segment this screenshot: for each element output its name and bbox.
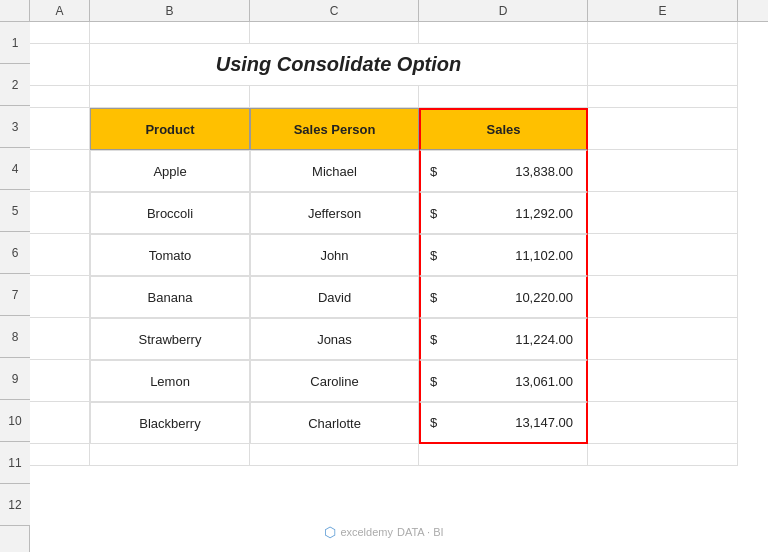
cell-d3[interactable] <box>419 86 588 108</box>
grid-row-7: Tomato John $ 11,102.00 <box>30 234 768 276</box>
cell-e5[interactable] <box>588 150 738 192</box>
cell-salesperson-10[interactable]: Caroline <box>250 360 419 402</box>
col-header-c: C <box>250 0 419 21</box>
cell-c3[interactable] <box>250 86 419 108</box>
col-header-b: B <box>90 0 250 21</box>
watermark-text: exceldemy <box>340 526 393 538</box>
cell-d12[interactable] <box>419 444 588 466</box>
title-cell: Using Consolidate Option <box>90 44 588 86</box>
cell-sales-8[interactable]: $ 10,220.00 <box>419 276 588 318</box>
cell-salesperson-7[interactable]: John <box>250 234 419 276</box>
grid-row-8: Banana David $ 10,220.00 <box>30 276 768 318</box>
cell-e9[interactable] <box>588 318 738 360</box>
row-num-6: 6 <box>0 232 30 274</box>
grid-row-9: Strawberry Jonas $ 11,224.00 <box>30 318 768 360</box>
cell-e8[interactable] <box>588 276 738 318</box>
cell-e1[interactable] <box>588 22 738 44</box>
header-sales-person: Sales Person <box>250 108 419 150</box>
cell-e10[interactable] <box>588 360 738 402</box>
cell-sales-6[interactable]: $ 11,292.00 <box>419 192 588 234</box>
cell-sales-10[interactable]: $ 13,061.00 <box>419 360 588 402</box>
col-header-d: D <box>419 0 588 21</box>
cell-a6[interactable] <box>30 192 90 234</box>
col-headers: A B C D E <box>30 0 768 22</box>
cell-sales-7[interactable]: $ 11,102.00 <box>419 234 588 276</box>
row-num-10: 10 <box>0 400 30 442</box>
cell-a8[interactable] <box>30 276 90 318</box>
cell-salesperson-11[interactable]: Charlotte <box>250 402 419 444</box>
row-num-9: 9 <box>0 358 30 400</box>
header-sales: Sales <box>419 108 588 150</box>
header-product: Product <box>90 108 250 150</box>
cell-product-7[interactable]: Tomato <box>90 234 250 276</box>
grid-row-10: Lemon Caroline $ 13,061.00 <box>30 360 768 402</box>
cell-b3[interactable] <box>90 86 250 108</box>
grid-row-5: Apple Michael $ 13,838.00 <box>30 150 768 192</box>
grid-row-12 <box>30 444 768 466</box>
grid-area: A B C D E Using Consolidate Option <box>30 0 768 552</box>
cell-a9[interactable] <box>30 318 90 360</box>
row-number-column: 1 2 3 4 5 6 7 8 9 10 11 12 <box>0 0 30 552</box>
cell-salesperson-8[interactable]: David <box>250 276 419 318</box>
col-header-e: E <box>588 0 738 21</box>
cell-e3[interactable] <box>588 86 738 108</box>
row-num-5: 5 <box>0 190 30 232</box>
cell-sales-11[interactable]: $ 13,147.00 <box>419 402 588 444</box>
row-num-2: 2 <box>0 64 30 106</box>
row-num-7: 7 <box>0 274 30 316</box>
cell-e4[interactable] <box>588 108 738 150</box>
cell-d1[interactable] <box>419 22 588 44</box>
cell-a5[interactable] <box>30 150 90 192</box>
grid-row-4: Product Sales Person Sales <box>30 108 768 150</box>
cell-c12[interactable] <box>250 444 419 466</box>
cell-e11[interactable] <box>588 402 738 444</box>
corner-cell <box>0 0 30 22</box>
cell-a12[interactable] <box>30 444 90 466</box>
cell-a1[interactable] <box>30 22 90 44</box>
watermark-icon: ⬡ <box>324 524 336 540</box>
row-num-8: 8 <box>0 316 30 358</box>
cell-a2[interactable] <box>30 44 90 86</box>
cell-c1[interactable] <box>250 22 419 44</box>
cell-sales-9[interactable]: $ 11,224.00 <box>419 318 588 360</box>
cell-product-6[interactable]: Broccoli <box>90 192 250 234</box>
cell-e6[interactable] <box>588 192 738 234</box>
cell-product-5[interactable]: Apple <box>90 150 250 192</box>
cell-a10[interactable] <box>30 360 90 402</box>
cell-e7[interactable] <box>588 234 738 276</box>
cell-sales-5[interactable]: $ 13,838.00 <box>419 150 588 192</box>
row-num-12: 12 <box>0 484 30 526</box>
cell-e2[interactable] <box>588 44 738 86</box>
cell-product-10[interactable]: Lemon <box>90 360 250 402</box>
grid-row-1 <box>30 22 768 44</box>
row-num-3: 3 <box>0 106 30 148</box>
cell-a4[interactable] <box>30 108 90 150</box>
cell-product-9[interactable]: Strawberry <box>90 318 250 360</box>
spreadsheet: 1 2 3 4 5 6 7 8 9 10 11 12 A B C D E <box>0 0 768 552</box>
cell-a3[interactable] <box>30 86 90 108</box>
grid-row-6: Broccoli Jefferson $ 11,292.00 <box>30 192 768 234</box>
cell-b1[interactable] <box>90 22 250 44</box>
cell-e12[interactable] <box>588 444 738 466</box>
cell-b12[interactable] <box>90 444 250 466</box>
cell-a7[interactable] <box>30 234 90 276</box>
cell-product-8[interactable]: Banana <box>90 276 250 318</box>
cell-salesperson-6[interactable]: Jefferson <box>250 192 419 234</box>
grid-row-3 <box>30 86 768 108</box>
row-num-4: 4 <box>0 148 30 190</box>
row-num-1: 1 <box>0 22 30 64</box>
grid-row-2: Using Consolidate Option <box>30 44 768 86</box>
cell-a11[interactable] <box>30 402 90 444</box>
spreadsheet-title: Using Consolidate Option <box>216 53 462 76</box>
cell-product-11[interactable]: Blackberry <box>90 402 250 444</box>
cell-salesperson-9[interactable]: Jonas <box>250 318 419 360</box>
row-num-11: 11 <box>0 442 30 484</box>
watermark-suffix: DATA · BI <box>397 526 444 538</box>
grid-row-11: Blackberry Charlotte $ 13,147.00 <box>30 402 768 444</box>
cell-salesperson-5[interactable]: Michael <box>250 150 419 192</box>
watermark: ⬡ exceldemy DATA · BI <box>324 524 443 540</box>
col-header-a: A <box>30 0 90 21</box>
